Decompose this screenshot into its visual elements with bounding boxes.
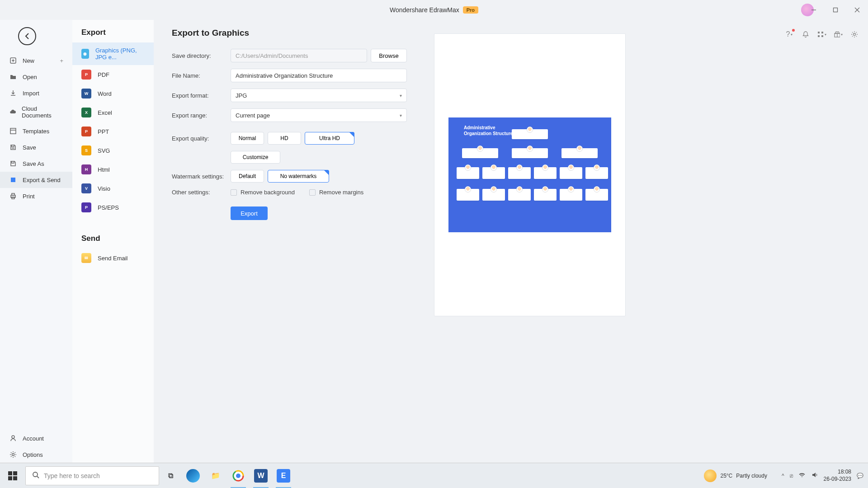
minimize-button[interactable]	[803, 0, 825, 20]
bell-icon[interactable]	[801, 30, 810, 39]
export-quality-label: Export quality:	[172, 135, 231, 142]
remove-background-checkbox[interactable]: Remove background	[231, 189, 295, 196]
export-type-excel[interactable]: X Excel	[72, 103, 154, 122]
preview-image: Administrative Organization Structure	[448, 117, 611, 232]
pro-badge: Pro	[463, 6, 478, 14]
browse-button[interactable]: Browse	[371, 49, 407, 62]
export-type-label: Word	[98, 90, 112, 97]
tray-date: 26-09-2023	[824, 476, 851, 483]
settings-icon[interactable]	[850, 30, 859, 39]
import-icon	[9, 89, 17, 97]
sidebar-item-cloud[interactable]: Cloud Documents	[0, 101, 72, 123]
sidebar-item-print[interactable]: Print	[0, 188, 72, 204]
watermark-none[interactable]: No watermarks	[268, 170, 329, 183]
visio-icon: V	[81, 183, 91, 193]
svg-rect-4	[818, 32, 820, 33]
excel-icon: X	[81, 108, 91, 117]
save-directory-input[interactable]	[231, 49, 367, 62]
content-area: Export to Graphics Save directory: Brows…	[154, 20, 868, 463]
svg-rect-17	[12, 193, 14, 195]
row-save-directory: Save directory: Browse	[172, 49, 407, 62]
sidebar-item-new[interactable]: New +	[0, 52, 72, 69]
export-range-select[interactable]: Current page ▾	[231, 108, 407, 122]
export-range-label: Export range:	[172, 112, 231, 119]
apps-icon[interactable]: ▾	[817, 30, 826, 39]
back-button[interactable]	[18, 27, 36, 45]
svg-icon: S	[81, 145, 91, 155]
selected-corner-icon	[349, 132, 354, 137]
svg-point-24	[236, 474, 241, 478]
save-icon	[9, 143, 17, 151]
taskbar-search[interactable]: Type here to search	[25, 466, 159, 485]
chrome-icon[interactable]	[227, 463, 250, 488]
send-heading: Send	[72, 226, 154, 249]
notifications-icon[interactable]: 💬	[857, 473, 863, 479]
close-button[interactable]	[846, 0, 868, 20]
user-icon	[9, 434, 17, 442]
weather-desc: Partly cloudy	[736, 473, 767, 479]
explorer-icon[interactable]: 📁	[204, 463, 227, 488]
svg-rect-7	[821, 35, 823, 37]
export-type-ppt[interactable]: P PPT	[72, 122, 154, 141]
export-type-word[interactable]: W Word	[72, 84, 154, 103]
task-view-icon[interactable]: ⧉	[159, 463, 182, 488]
export-format-select[interactable]: JPG ▾	[231, 89, 407, 102]
remove-margins-checkbox[interactable]: Remove margins	[309, 189, 363, 196]
sidebar-item-label: Open	[23, 74, 37, 80]
file-name-input[interactable]	[231, 69, 407, 82]
sidebar-item-open[interactable]: Open	[0, 69, 72, 85]
export-type-html[interactable]: H Html	[72, 160, 154, 179]
row-export-format: Export format: JPG ▾	[172, 89, 407, 102]
plus-square-icon	[9, 56, 17, 65]
tray-datetime[interactable]: 18:08 26-09-2023	[824, 469, 851, 483]
sidebar-item-account[interactable]: Account	[0, 430, 72, 446]
sidebar-item-import[interactable]: Import	[0, 85, 72, 101]
sidebar-item-export-send[interactable]: Export & Send	[0, 172, 72, 188]
selected-corner-icon	[324, 170, 329, 175]
wifi-icon[interactable]	[798, 471, 806, 480]
export-type-label: Html	[98, 166, 110, 173]
maximize-button[interactable]	[825, 0, 846, 20]
export-type-pdf[interactable]: P PDF	[72, 65, 154, 84]
export-type-visio[interactable]: V Visio	[72, 179, 154, 198]
quality-normal[interactable]: Normal	[231, 132, 264, 145]
watermark-default[interactable]: Default	[231, 170, 264, 183]
quality-hd[interactable]: HD	[268, 132, 301, 145]
svg-point-19	[12, 436, 14, 438]
meet-now-icon[interactable]: ⎚	[790, 473, 793, 479]
quality-ultra-hd[interactable]: Ultra HD	[305, 132, 354, 145]
help-icon[interactable]: ?▾	[785, 30, 794, 39]
weather-widget[interactable]: 25°C Partly cloudy	[704, 469, 767, 482]
edrawmax-icon[interactable]: E	[272, 463, 295, 488]
sidebar-item-options[interactable]: Options	[0, 446, 72, 463]
sidebar-item-save[interactable]: Save	[0, 139, 72, 155]
export-type-svg[interactable]: S SVG	[72, 141, 154, 160]
checkbox-icon	[231, 189, 237, 196]
export-type-ps[interactable]: P PS/EPS	[72, 198, 154, 217]
gift-icon[interactable]: ▾	[834, 30, 843, 39]
taskbar: Type here to search ⧉ e 📁 W E 25°C Partl…	[0, 463, 868, 488]
svg-point-21	[33, 472, 38, 477]
customize-button[interactable]: Customize	[231, 151, 280, 164]
sidebar-item-label: New	[23, 57, 34, 64]
sidebar-item-label: Save As	[23, 160, 44, 167]
plus-icon[interactable]: +	[60, 57, 63, 64]
export-type-graphics[interactable]: ◉ Graphics (PNG, JPG e...	[72, 42, 154, 65]
checkbox-icon	[309, 189, 316, 196]
main-area: New + Open Import Cloud Documents Templa…	[0, 20, 868, 463]
cloud-icon	[9, 108, 16, 116]
app-title: Wondershare EdrawMax	[390, 6, 459, 14]
tray-chevron-icon[interactable]: ^	[782, 473, 784, 479]
sidebar-item-label: Print	[23, 193, 35, 200]
volume-icon[interactable]	[811, 471, 818, 480]
send-email[interactable]: ✉ Send Email	[72, 249, 154, 267]
search-icon	[32, 471, 39, 480]
start-button[interactable]	[0, 463, 25, 488]
word-icon[interactable]: W	[250, 463, 272, 488]
sidebar-item-save-as[interactable]: Save As	[0, 155, 72, 172]
sidebar-item-templates[interactable]: Templates	[0, 123, 72, 139]
edge-icon[interactable]: e	[182, 463, 204, 488]
page-title: Export to Graphics	[172, 28, 407, 38]
svg-rect-1	[834, 8, 838, 12]
export-button[interactable]: Export	[231, 206, 268, 220]
